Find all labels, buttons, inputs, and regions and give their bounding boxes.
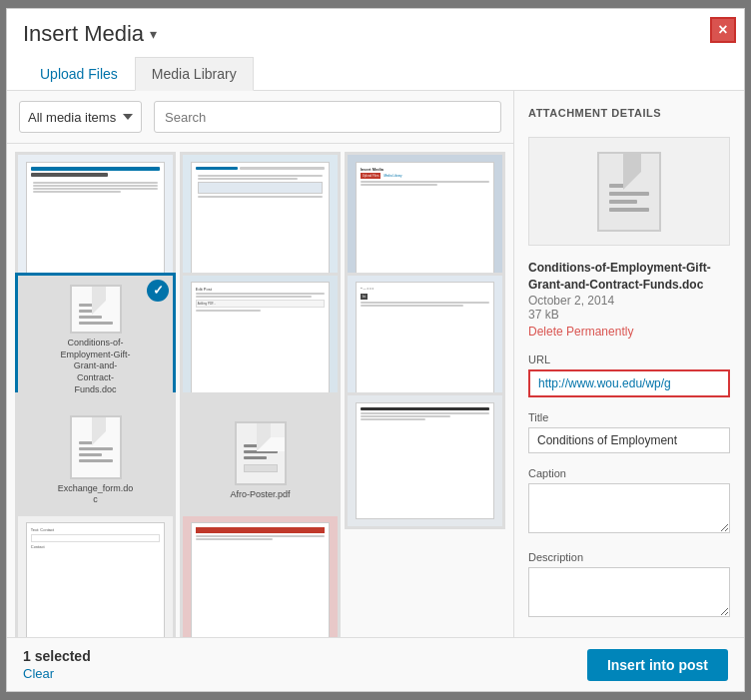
attachment-thumbnail — [528, 137, 730, 246]
details-doc-lines — [609, 184, 649, 212]
doc-label-4: Conditions-of-Employment-Gift-Grant-and-… — [60, 338, 130, 395]
details-doc-line — [609, 200, 637, 204]
grid-item-8[interactable]: Afro-Poster.pdf — [180, 392, 341, 529]
mini-line — [361, 181, 490, 183]
modal-title: Insert Media ▾ — [23, 21, 157, 47]
title-label: Title — [528, 411, 730, 423]
grid-item-2[interactable] — [180, 152, 341, 289]
attachment-details-panel: ATTACHMENT DETAILS Conditions-of-Employm… — [514, 91, 744, 637]
file-info: Conditions-of-Employment-Gift-Grant-and-… — [528, 260, 730, 340]
doc-line — [79, 453, 103, 456]
thumb-content-3: Insert Media Upload Files Media Library — [356, 162, 495, 280]
title-field-group: Title — [528, 411, 730, 453]
doc-line — [79, 310, 113, 313]
details-doc-line — [609, 192, 649, 196]
doc-line — [79, 441, 113, 444]
tab-upload-files[interactable]: Upload Files — [23, 57, 135, 90]
mini-line — [33, 188, 159, 190]
thumb-content-10: Text: Contact Contact — [26, 522, 166, 637]
title-input[interactable] — [528, 427, 730, 453]
mini-line — [196, 293, 326, 295]
mini-line — [361, 302, 490, 304]
thumbnail-6: ❝ — ≡ ≡ ≡ list — [348, 276, 502, 406]
grid-item-9[interactable] — [345, 392, 505, 529]
mini-line — [361, 415, 451, 417]
doc-label-8: Afro-Poster.pdf — [230, 489, 290, 501]
mini-line — [196, 538, 274, 540]
close-button[interactable]: × — [710, 17, 736, 43]
mini-line — [198, 178, 298, 180]
thumbnail-4: Conditions-of-Employment-Gift-Grant-and-… — [34, 285, 158, 395]
thumb-content-11 — [191, 522, 331, 637]
modal-footer: 1 selected Clear Insert into post — [7, 637, 744, 691]
clear-selection-link[interactable]: Clear — [23, 666, 91, 681]
media-grid-panel: All media items — [7, 91, 514, 637]
selection-info: 1 selected Clear — [23, 648, 91, 681]
doc-line — [244, 456, 268, 459]
file-name: Conditions-of-Employment-Gift-Grant-and-… — [528, 260, 730, 294]
thumbnail-1 — [18, 155, 173, 286]
grid-item-10[interactable]: Text: Contact Contact — [15, 513, 176, 638]
mini-line — [33, 191, 121, 193]
grid-item-7[interactable]: Exchange_form.doc — [15, 392, 176, 529]
thumbnail-11 — [183, 516, 338, 638]
thumb-content-5: Edit Post Adding PDF... — [191, 282, 331, 399]
insert-into-post-button[interactable]: Insert into post — [587, 649, 728, 681]
grid-item-6[interactable]: ❝ — ≡ ≡ ≡ list — [345, 273, 505, 409]
url-label: URL — [528, 353, 730, 365]
mini-line — [361, 412, 490, 414]
doc-line — [79, 447, 113, 450]
grid-item-5[interactable]: Edit Post Adding PDF... — [180, 273, 341, 409]
thumbnail-3: Insert Media Upload Files Media Library — [348, 155, 502, 286]
thumbnail-10: Text: Contact Contact — [18, 516, 173, 638]
grid-item-11[interactable] — [180, 513, 341, 638]
mini-bar — [361, 407, 490, 410]
thumbnail-5: Edit Post Adding PDF... — [183, 276, 338, 406]
thumbnail-2 — [183, 155, 338, 286]
mini-line — [361, 305, 464, 307]
mini-content — [31, 179, 161, 196]
details-doc-icon — [597, 152, 661, 232]
url-input[interactable] — [528, 369, 730, 397]
mini-content-2 — [196, 172, 326, 201]
grid-item-1[interactable] — [15, 152, 176, 289]
mini-line — [196, 535, 326, 537]
modal-title-dropdown-arrow[interactable]: ▾ — [150, 26, 157, 42]
doc-icon-8 — [235, 421, 287, 485]
doc-lines-7 — [79, 441, 113, 462]
modal-title-text: Insert Media — [23, 21, 144, 47]
doc-label-7: Exchange_form.doc — [58, 483, 134, 506]
media-toolbar: All media items — [7, 91, 513, 144]
details-doc-line — [609, 184, 649, 188]
mini-line — [198, 196, 324, 198]
doc-lines — [79, 304, 113, 325]
thumb-content-9 — [356, 402, 495, 520]
details-doc-line — [609, 208, 649, 212]
delete-permanently-link[interactable]: Delete Permanently — [528, 325, 633, 339]
modal-body: All media items — [7, 91, 744, 637]
doc-line — [244, 444, 278, 447]
doc-line — [79, 322, 113, 325]
doc-line — [79, 459, 113, 462]
thumb-content-1 — [26, 162, 166, 280]
tab-media-library[interactable]: Media Library — [135, 57, 254, 91]
mini-bar — [31, 173, 109, 177]
doc-line — [79, 316, 103, 319]
thumb-content-6: ❝ — ≡ ≡ ≡ list — [356, 282, 495, 399]
grid-item-4-selected[interactable]: ✓ Conditions-of-Employment-Gift-G — [15, 273, 176, 409]
caption-textarea[interactable] — [528, 483, 730, 533]
mini-line — [361, 184, 438, 186]
description-textarea[interactable] — [528, 567, 730, 617]
mini-bar — [31, 167, 161, 171]
media-filter-select[interactable]: All media items — [19, 101, 142, 133]
modal-overlay: Insert Media ▾ × Upload Files Media Libr… — [0, 0, 751, 700]
description-field-group: Description — [528, 551, 730, 621]
thumbnail-7: Exchange_form.doc — [34, 405, 158, 516]
caption-field-group: Caption — [528, 467, 730, 537]
attachment-details-title: ATTACHMENT DETAILS — [528, 107, 730, 119]
grid-item-3[interactable]: Insert Media Upload Files Media Library — [345, 152, 505, 289]
mini-line — [33, 185, 159, 187]
search-input[interactable] — [154, 101, 501, 133]
doc-line — [244, 450, 278, 453]
insert-media-modal: Insert Media ▾ × Upload Files Media Libr… — [6, 8, 745, 692]
